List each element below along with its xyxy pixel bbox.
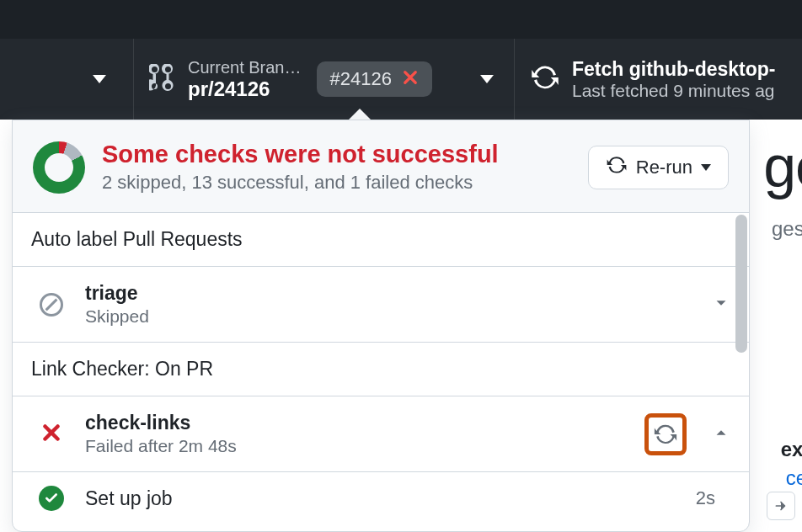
background-heading-fragment: ge xyxy=(763,133,802,200)
chevron-down-icon xyxy=(93,75,106,83)
toolbar-branch-selector[interactable]: Current Bran… pr/24126 #24126 xyxy=(133,39,514,120)
checks-subtitle: 2 skipped, 13 successful, and 1 failed c… xyxy=(102,172,571,194)
pr-number: #24126 xyxy=(330,68,392,90)
workflow-group-header: Auto label Pull Requests xyxy=(13,213,749,267)
app-toolbar: Current Bran… pr/24126 #24126 Fetch gith… xyxy=(0,39,802,120)
job-meta: Skipped xyxy=(85,306,692,327)
chevron-down-icon xyxy=(701,164,711,171)
toolbar-repo-selector[interactable] xyxy=(0,39,133,120)
job-name: triage xyxy=(85,282,692,305)
step-duration: 2s xyxy=(696,487,715,509)
rerun-button-label: Re-run xyxy=(636,157,692,178)
fetch-title: Fetch github-desktop- xyxy=(572,58,775,81)
sync-icon xyxy=(530,62,560,96)
sync-icon xyxy=(606,154,628,181)
status-skipped-icon xyxy=(38,293,65,317)
chevron-down-icon xyxy=(480,75,494,83)
ci-checks-popover: Some checks were not successful 2 skippe… xyxy=(12,120,750,532)
job-row-check-links[interactable]: check-links Failed after 2m 48s xyxy=(13,396,749,472)
branch-selector-value: pr/24126 xyxy=(188,77,302,101)
background-sub-fragment: ges in xyxy=(772,217,802,241)
status-success-icon xyxy=(38,486,65,511)
fetch-subtitle: Last fetched 9 minutes ag xyxy=(572,81,775,101)
checks-list[interactable]: Auto label Pull Requests triage Skipped … xyxy=(13,213,749,513)
chevron-up-icon[interactable] xyxy=(712,423,730,445)
checks-title: Some checks were not successful xyxy=(102,141,571,168)
checks-summary-donut xyxy=(33,141,85,194)
arrow-icon[interactable] xyxy=(767,492,795,520)
popover-notch xyxy=(348,109,372,120)
window-titlebar xyxy=(0,0,802,39)
pr-status-pill[interactable]: #24126 xyxy=(317,61,432,97)
x-fail-icon xyxy=(402,69,419,89)
rerun-job-button[interactable] xyxy=(644,413,687,455)
checks-header: Some checks were not successful 2 skippe… xyxy=(13,120,749,213)
job-meta: Failed after 2m 48s xyxy=(85,436,624,456)
step-row-setup-job[interactable]: Set up job 2s xyxy=(13,472,749,513)
job-name: check-links xyxy=(85,412,624,434)
status-failed-icon xyxy=(38,423,65,446)
job-row-triage[interactable]: triage Skipped xyxy=(13,267,749,343)
background-text-fragment: exter xyxy=(781,438,802,461)
scrollbar-thumb[interactable] xyxy=(735,215,747,353)
main-content: ge ges in exter ces Some checks were not… xyxy=(0,120,802,532)
rerun-all-button[interactable]: Re-run xyxy=(588,146,729,189)
background-link-fragment[interactable]: ces xyxy=(786,466,802,490)
pull-request-icon xyxy=(149,64,176,94)
step-name: Set up job xyxy=(85,487,173,510)
branch-selector-label: Current Bran… xyxy=(188,58,302,77)
chevron-down-icon[interactable] xyxy=(712,294,730,316)
workflow-group-header: Link Checker: On PR xyxy=(13,343,749,396)
toolbar-fetch-button[interactable]: Fetch github-desktop- Last fetched 9 min… xyxy=(514,39,802,120)
